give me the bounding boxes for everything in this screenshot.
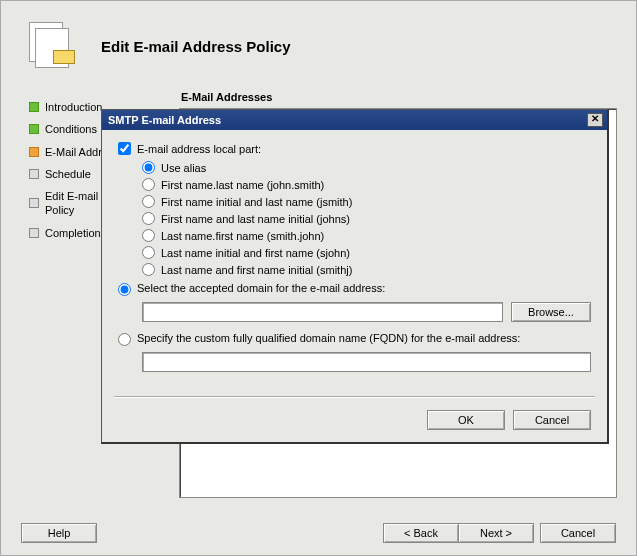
step-label: Completion — [45, 226, 101, 240]
section-heading: E-Mail Addresses — [181, 91, 272, 103]
option-label: Last name.first name (smith.john) — [161, 230, 324, 242]
step-icon — [29, 228, 39, 238]
option-first-linitial[interactable] — [142, 212, 155, 225]
policy-icon — [29, 22, 77, 70]
smtp-email-address-dialog: SMTP E-mail Address ✕ E-mail address loc… — [101, 109, 609, 444]
specify-fqdn-radio[interactable] — [118, 333, 131, 346]
option-last-finitial[interactable] — [142, 263, 155, 276]
option-label: First name initial and last name (jsmith… — [161, 196, 352, 208]
local-part-label: E-mail address local part: — [137, 143, 261, 155]
page-title: Edit E-mail Address Policy — [101, 38, 291, 55]
option-label: Use alias — [161, 162, 206, 174]
option-label: First name.last name (john.smith) — [161, 179, 324, 191]
option-finitial-last[interactable] — [142, 195, 155, 208]
back-button[interactable]: < Back — [383, 523, 459, 543]
step-label: Schedule — [45, 167, 91, 181]
dialog-title: SMTP E-mail Address — [108, 114, 587, 126]
cancel-button[interactable]: Cancel — [540, 523, 616, 543]
dialog-cancel-button[interactable]: Cancel — [513, 410, 591, 430]
next-button[interactable]: Next > — [458, 523, 534, 543]
step-icon — [29, 147, 39, 157]
step-icon — [29, 124, 39, 134]
select-accepted-domain-label: Select the accepted domain for the e-mai… — [137, 282, 385, 294]
option-label: Last name initial and first name (sjohn) — [161, 247, 350, 259]
option-last-first[interactable] — [142, 229, 155, 242]
option-first-last[interactable] — [142, 178, 155, 191]
step-icon — [29, 169, 39, 179]
help-button[interactable]: Help — [21, 523, 97, 543]
local-part-checkbox[interactable] — [118, 142, 131, 155]
divider — [114, 396, 595, 398]
browse-button[interactable]: Browse... — [511, 302, 591, 322]
option-label: Last name and first name initial (smithj… — [161, 264, 352, 276]
accepted-domain-field[interactable] — [142, 302, 503, 322]
step-icon — [29, 198, 39, 208]
option-linitial-first[interactable] — [142, 246, 155, 259]
step-label: Introduction — [45, 100, 102, 114]
step-icon — [29, 102, 39, 112]
close-icon[interactable]: ✕ — [587, 113, 603, 127]
option-label: First name and last name initial (johns) — [161, 213, 350, 225]
option-use-alias[interactable] — [142, 161, 155, 174]
specify-fqdn-label: Specify the custom fully qualified domai… — [137, 332, 520, 344]
select-accepted-domain-radio[interactable] — [118, 283, 131, 296]
ok-button[interactable]: OK — [427, 410, 505, 430]
step-label: Conditions — [45, 122, 97, 136]
fqdn-field[interactable] — [142, 352, 591, 372]
